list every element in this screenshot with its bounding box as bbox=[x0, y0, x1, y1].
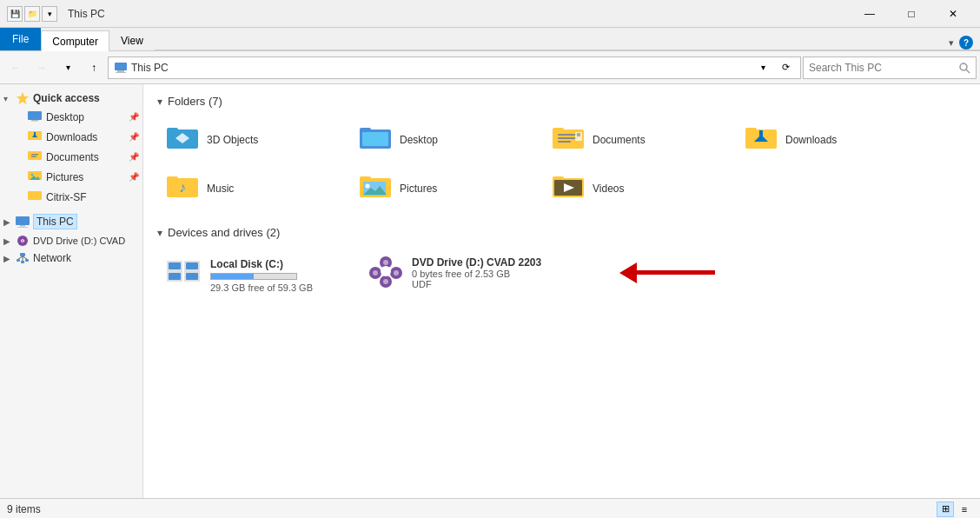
arrow-head bbox=[619, 262, 637, 283]
folders-chevron[interactable]: ▾ bbox=[157, 96, 162, 108]
content-area: ▾ Folders (7) 3D Objects bbox=[143, 84, 980, 498]
this-pc-header[interactable]: ▶ This PC bbox=[0, 210, 142, 231]
recent-locations-button[interactable]: ▾ bbox=[56, 56, 80, 80]
sidebar-item-desktop[interactable]: Desktop 📌 bbox=[0, 107, 142, 127]
dvd-drive-free: 0 bytes free of 2.53 GB bbox=[412, 269, 541, 279]
svg-rect-66 bbox=[169, 273, 181, 280]
folder-item-desktop[interactable]: Desktop bbox=[350, 116, 541, 163]
svg-rect-64 bbox=[169, 262, 181, 269]
desktop-label: Desktop bbox=[400, 134, 438, 146]
drives-chevron[interactable]: ▾ bbox=[157, 227, 162, 239]
folder-item-pictures[interactable]: Pictures bbox=[350, 165, 541, 212]
sidebar-item-downloads[interactable]: Downloads 📌 bbox=[0, 127, 142, 147]
folder-item-videos[interactable]: Videos bbox=[543, 165, 734, 212]
svg-rect-1 bbox=[117, 70, 124, 72]
downloads-folder-icon bbox=[28, 130, 42, 144]
dvd-drive-name: DVD Drive (D:) CVAD 2203 bbox=[412, 256, 541, 269]
downloads-label: Downloads bbox=[785, 134, 837, 146]
up-button[interactable]: ↑ bbox=[82, 56, 106, 80]
svg-rect-37 bbox=[362, 132, 388, 146]
maximize-button[interactable]: □ bbox=[891, 0, 931, 28]
dvd-drive-container: DVD Drive (D:) CVAD 2203 0 bytes free of… bbox=[359, 248, 602, 297]
details-view-button[interactable]: ≡ bbox=[956, 501, 973, 517]
svg-point-72 bbox=[381, 266, 391, 276]
network-label: Network bbox=[33, 252, 71, 264]
back-button[interactable]: ← bbox=[3, 56, 28, 80]
svg-rect-47 bbox=[745, 128, 757, 132]
documents-pin-icon: 📌 bbox=[129, 152, 139, 162]
address-bar: ← → ▾ ↑ This PC ▾ ⟳ bbox=[0, 51, 980, 84]
ribbon-collapse-btn[interactable]: ▾ bbox=[949, 37, 954, 49]
svg-rect-10 bbox=[34, 132, 36, 136]
folder-item-documents[interactable]: Documents bbox=[543, 116, 734, 163]
title-bar-left: 💾 📁 ▾ This PC bbox=[7, 6, 105, 22]
search-box[interactable] bbox=[803, 56, 977, 79]
pictures-icon bbox=[358, 171, 393, 206]
svg-rect-28 bbox=[21, 261, 24, 263]
folders-section-header: ▾ Folders (7) bbox=[157, 95, 966, 108]
sidebar-item-citrix[interactable]: Citrix-SF bbox=[0, 187, 142, 207]
sidebar-item-pictures[interactable]: Pictures 📌 bbox=[0, 167, 142, 187]
this-pc-label: This PC bbox=[33, 214, 77, 229]
svg-rect-33 bbox=[167, 128, 178, 132]
local-disk-info: Local Disk (C:) 29.3 GB free of 59.3 GB bbox=[210, 258, 313, 293]
ribbon-tabs: File Computer View ▾ ? bbox=[0, 28, 980, 50]
folder-tb-btn[interactable]: 📁 bbox=[24, 6, 40, 22]
network-header[interactable]: ▶ Network bbox=[0, 249, 142, 266]
videos-icon bbox=[551, 171, 586, 206]
local-disk-icon bbox=[165, 254, 203, 296]
pictures-label: Pictures bbox=[400, 183, 437, 195]
sidebar-item-documents[interactable]: Documents 📌 bbox=[0, 147, 142, 167]
title-bar-controls: — □ ✕ bbox=[850, 0, 973, 28]
close-button[interactable]: ✕ bbox=[933, 0, 973, 28]
folders-title: Folders (7) bbox=[168, 95, 222, 108]
save-tb-btn[interactable]: 💾 bbox=[7, 6, 23, 22]
svg-rect-36 bbox=[360, 128, 371, 132]
drives-title: Devices and drives (2) bbox=[168, 226, 280, 239]
svg-rect-7 bbox=[31, 120, 38, 122]
dvd-drive-label: DVD Drive (D:) CVAD bbox=[33, 236, 125, 246]
dvd-drive-header[interactable]: ▶ DVD Drive (D:) CVAD bbox=[0, 231, 142, 249]
drive-item-dvd[interactable]: DVD Drive (D:) CVAD 2203 0 bytes free of… bbox=[359, 248, 602, 297]
drive-bar bbox=[211, 274, 254, 279]
large-icons-view-button[interactable]: ⊞ bbox=[937, 501, 954, 517]
address-dropdown-button[interactable]: ▾ bbox=[753, 58, 772, 77]
help-icon[interactable]: ? bbox=[959, 36, 973, 50]
svg-rect-65 bbox=[186, 262, 198, 269]
folder-item-music[interactable]: ♪ Music bbox=[157, 165, 348, 212]
path-this-pc: This PC bbox=[131, 62, 169, 74]
svg-point-15 bbox=[31, 174, 34, 176]
quick-access-header[interactable]: ▾ Quick access bbox=[0, 88, 142, 107]
address-box[interactable]: This PC ▾ ⟳ bbox=[108, 56, 801, 79]
ribbon: File Computer View ▾ ? bbox=[0, 28, 980, 51]
quick-access-star-icon bbox=[16, 91, 30, 105]
svg-rect-54 bbox=[360, 176, 371, 181]
this-pc-icon bbox=[114, 61, 128, 75]
documents-icon bbox=[551, 123, 586, 157]
sidebar-downloads-label: Downloads bbox=[46, 131, 97, 143]
search-icon bbox=[958, 62, 970, 74]
svg-line-29 bbox=[18, 256, 23, 259]
minimize-button[interactable]: — bbox=[850, 0, 890, 28]
videos-label: Videos bbox=[593, 183, 624, 195]
address-refresh-button[interactable]: ⟳ bbox=[776, 58, 795, 77]
tab-computer[interactable]: Computer bbox=[41, 30, 109, 51]
sidebar-pictures-label: Pictures bbox=[46, 171, 83, 183]
search-input[interactable] bbox=[809, 62, 955, 74]
forward-button[interactable]: → bbox=[30, 56, 54, 80]
sidebar-citrix-label: Citrix-SF bbox=[46, 191, 87, 203]
this-pc-chevron: ▶ bbox=[3, 217, 12, 227]
drive-item-c[interactable]: Local Disk (C:) 29.3 GB free of 59.3 GB bbox=[157, 248, 348, 302]
folder-item-downloads[interactable]: Downloads bbox=[736, 116, 927, 163]
folder-item-3dobjects[interactable]: 3D Objects bbox=[157, 116, 348, 163]
title-bar: 💾 📁 ▾ This PC — □ ✕ bbox=[0, 0, 980, 28]
svg-rect-19 bbox=[20, 225, 25, 227]
tab-file[interactable]: File bbox=[0, 28, 41, 50]
annotation-arrow bbox=[619, 262, 715, 283]
tab-view[interactable]: View bbox=[109, 30, 155, 50]
svg-rect-11 bbox=[28, 151, 42, 160]
drives-row: Local Disk (C:) 29.3 GB free of 59.3 GB bbox=[157, 248, 966, 302]
tb-dropdown-btn[interactable]: ▾ bbox=[42, 6, 57, 22]
main-area: ▾ Quick access Desktop 📌 Downloads 📌 Doc bbox=[0, 84, 980, 498]
svg-rect-41 bbox=[558, 137, 577, 139]
